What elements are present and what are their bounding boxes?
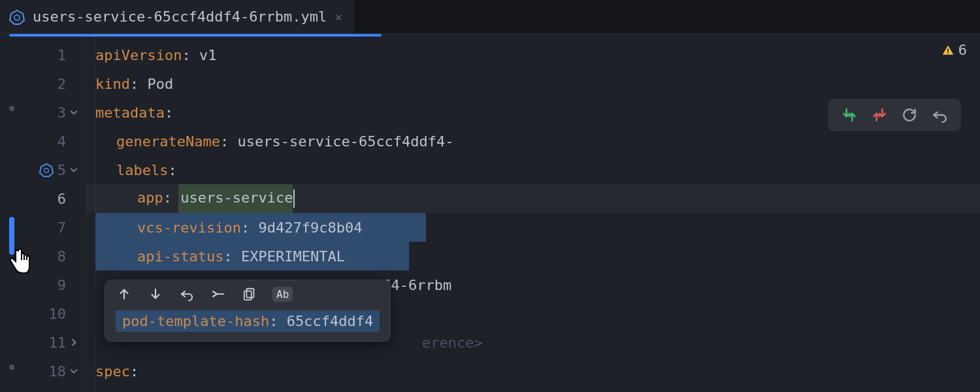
fold-placeholder — [70, 50, 78, 60]
code-line[interactable]: kind: Pod — [86, 69, 980, 98]
line-number: 3 — [57, 105, 66, 121]
fold-right-icon[interactable] — [70, 338, 78, 346]
code-line[interactable]: spec: — [86, 357, 980, 385]
gutter-line: 1 — [0, 41, 86, 69]
code-line[interactable]: api-status: EXPERIMENTAL — [86, 242, 980, 270]
line-number: 7 — [57, 220, 66, 236]
arrow-up-icon[interactable] — [116, 286, 133, 302]
file-tab[interactable]: users-service-65ccf4ddf4-6rrbm.yml × — [0, 0, 354, 33]
svg-point-5 — [44, 169, 48, 172]
line-number: 8 — [57, 248, 66, 265]
hand-cursor-icon — [7, 246, 31, 274]
gutter-line: 9 — [0, 270, 86, 299]
copy-icon[interactable] — [241, 286, 258, 302]
code-line[interactable]: app: users-service — [86, 184, 980, 213]
undo-icon[interactable] — [178, 286, 195, 302]
fold-placeholder — [70, 193, 78, 204]
gutter-line: 11 — [0, 328, 86, 357]
gutter-line: 7 — [0, 213, 86, 242]
line-number: 5 — [57, 162, 66, 178]
fold-down-icon[interactable] — [70, 166, 78, 174]
line-number: 6 — [57, 191, 66, 207]
svg-marker-0 — [10, 10, 24, 24]
fold-placeholder — [70, 136, 78, 146]
gutter-line: 5 — [0, 155, 86, 184]
fold-down-icon[interactable] — [70, 108, 78, 116]
line-number: 18 — [49, 363, 67, 380]
code-line[interactable]: vcs-revision: 9d427f9c8b04 — [86, 213, 980, 242]
line-number: 9 — [57, 277, 66, 293]
code-line[interactable]: generateName: users-service-65ccf4ddf4- — [86, 127, 980, 155]
svg-rect-7 — [244, 291, 252, 300]
fold-placeholder — [70, 308, 78, 319]
gutter-line: 3 — [0, 98, 86, 127]
kubernetes-icon — [9, 9, 25, 25]
svg-rect-6 — [246, 289, 253, 298]
fold-down-icon[interactable] — [70, 367, 78, 375]
tab-filename: users-service-65ccf4ddf4-6rrbm.yml — [33, 8, 327, 25]
kubernetes-icon[interactable] — [39, 163, 54, 177]
code-line[interactable]: apiVersion: v1 — [86, 41, 980, 69]
close-icon[interactable]: × — [335, 9, 342, 25]
code-line[interactable]: labels: — [86, 155, 980, 184]
arrow-down-icon[interactable] — [147, 286, 164, 302]
line-number: 1 — [57, 47, 66, 63]
line-number: 10 — [49, 306, 67, 322]
svg-marker-4 — [40, 164, 53, 176]
fold-placeholder — [70, 78, 78, 89]
line-number: 4 — [57, 133, 66, 150]
gutter-line: 4 — [0, 127, 86, 155]
apply-icon[interactable] — [210, 286, 227, 302]
tab-bar: users-service-65ccf4ddf4-6rrbm.yml × — [0, 0, 980, 34]
gutter-line: 2 — [0, 69, 86, 98]
gutter-line: 6 — [0, 184, 86, 213]
highlight-words-chip[interactable]: Ab — [272, 287, 293, 302]
fold-placeholder — [70, 222, 78, 233]
tab-analysis-progress — [9, 34, 382, 37]
gutter: 123456789101118 — [0, 34, 86, 392]
code-line[interactable]: metadata: — [86, 98, 980, 127]
text-cursor — [293, 189, 295, 208]
gutter-line: 18 — [0, 357, 86, 385]
line-number: 11 — [49, 335, 67, 351]
fold-placeholder — [70, 280, 78, 290]
gutter-line: 10 — [0, 299, 86, 328]
diff-snippet: pod-template-hash: 65ccf4ddf4 — [116, 310, 380, 332]
diff-intention-popup: Ab pod-template-hash: 65ccf4ddf4 — [105, 280, 391, 342]
line-number: 2 — [57, 76, 66, 92]
fold-placeholder — [70, 251, 78, 261]
svg-point-1 — [14, 15, 20, 20]
